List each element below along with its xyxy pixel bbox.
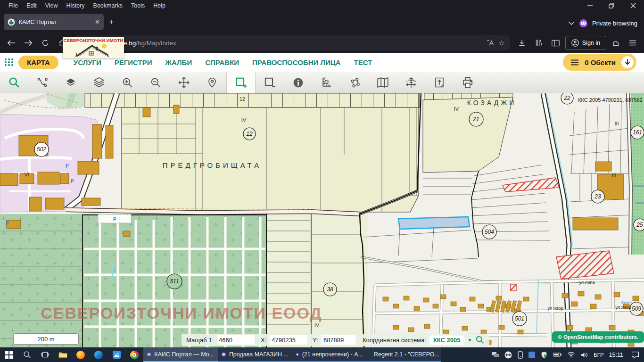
- label-p-2: Р: [71, 179, 74, 184]
- label-p-3: Р: [6, 221, 9, 226]
- menu-bookmarks[interactable]: Bookmarks: [89, 1, 126, 10]
- chevron-down-icon[interactable]: [568, 21, 575, 25]
- edge-icon[interactable]: [90, 347, 107, 362]
- forward-button[interactable]: [21, 35, 36, 50]
- start-button[interactable]: [0, 347, 18, 362]
- tool-zoom-in[interactable]: [113, 72, 141, 93]
- chrome-icon[interactable]: [125, 347, 143, 362]
- label-vi: VI: [25, 172, 29, 177]
- nav-test[interactable]: ТЕСТ: [354, 58, 372, 66]
- menu-tools[interactable]: Tools: [127, 1, 149, 10]
- firefox-icon[interactable]: [72, 347, 90, 362]
- tray-volume-icon[interactable]: [580, 352, 588, 358]
- back-button[interactable]: [4, 35, 19, 50]
- tool-export[interactable]: [425, 72, 454, 93]
- menu-file[interactable]: File: [5, 1, 22, 10]
- tool-zoom-out[interactable]: [141, 72, 170, 93]
- tab-kais-portal[interactable]: КАИС Портал ✕: [4, 14, 104, 30]
- action-center-icon[interactable]: [631, 351, 639, 359]
- tool-ruler[interactable]: [312, 72, 340, 93]
- menu-edit[interactable]: Edit: [23, 1, 41, 10]
- menu-view[interactable]: View: [41, 1, 62, 10]
- taskbar-window-mail[interactable]: (21 непрочетени) - А...: [292, 347, 367, 362]
- url-bar[interactable]: kais.cadastre.bg/bg/Map/Index ☆: [74, 35, 510, 50]
- sign-in-button[interactable]: Sign in: [565, 36, 606, 50]
- menu-help[interactable]: Help: [149, 1, 169, 10]
- tab-close-icon[interactable]: ✕: [95, 18, 100, 25]
- coords-search-icon[interactable]: [475, 335, 485, 345]
- tray-display-icon[interactable]: [491, 351, 499, 358]
- objects-expand-button[interactable]: [621, 56, 634, 68]
- bookmark-star-icon[interactable]: ☆: [498, 39, 504, 47]
- translate-icon[interactable]: [486, 39, 495, 47]
- cadastral-map[interactable]: 502 12 21 22 161 23 25 504 511 38 501 50…: [0, 93, 644, 347]
- taskbar-window-kais-label: КАИС Портал — Mo...: [154, 351, 214, 358]
- tool-select-rect-remove[interactable]: [256, 72, 284, 93]
- tool-locate[interactable]: [198, 72, 226, 93]
- apps-grid-icon[interactable]: [5, 58, 14, 66]
- crs-select[interactable]: ККС 2005: [429, 336, 464, 345]
- tray-app-icon[interactable]: [528, 352, 535, 358]
- tray-security-icon[interactable]: [540, 351, 548, 359]
- y-input[interactable]: [322, 335, 355, 345]
- reload-button[interactable]: [38, 35, 53, 50]
- objects-menu-icon: [570, 59, 579, 66]
- tool-pan[interactable]: [170, 72, 198, 93]
- private-mask-icon: [579, 19, 587, 27]
- menu-history[interactable]: History: [63, 1, 89, 10]
- tray-teamviewer-icon[interactable]: [504, 351, 512, 359]
- tool-layers-base[interactable]: [57, 72, 85, 93]
- nav-spravki[interactable]: СПРАВКИ: [205, 58, 239, 66]
- tray-wifi-icon[interactable]: [567, 352, 575, 358]
- tool-layers-list[interactable]: [85, 72, 113, 93]
- tray-language-indicator[interactable]: БГР: [594, 352, 603, 358]
- circle-511: 511: [170, 278, 179, 285]
- circle-502: 502: [37, 146, 46, 153]
- app-menu-icon[interactable]: [625, 35, 640, 50]
- tool-route-measure[interactable]: [28, 72, 57, 93]
- label-venita: Венита: [621, 301, 632, 304]
- objects-pill[interactable]: 0 Обекти: [563, 54, 636, 71]
- library-icon[interactable]: [531, 35, 546, 50]
- taskbar-search-icon[interactable]: [18, 347, 36, 362]
- system-tray: БГР 15:11: [491, 347, 644, 362]
- tray-phone-icon[interactable]: [517, 351, 523, 359]
- tool-polygon-measure[interactable]: [340, 72, 369, 93]
- tool-print[interactable]: [454, 72, 482, 93]
- taskbar-window-prodava[interactable]: Продава МАГАЗИН ...: [218, 347, 292, 362]
- nav-pravosposobni-litsa[interactable]: ПРАВОСПОСОБНИ ЛИЦА: [252, 58, 341, 66]
- extensions-icon[interactable]: [608, 35, 623, 50]
- label-razsadnik-1: Разсадника: [633, 184, 644, 187]
- new-tab-button[interactable]: +: [104, 15, 119, 30]
- task-view-icon[interactable]: [36, 347, 54, 362]
- label-razsadnik-2: Разсадника: [635, 201, 644, 204]
- nav-zhalbi[interactable]: ЖАЛБИ: [165, 58, 192, 66]
- circle-22: 22: [563, 95, 570, 101]
- map-area[interactable]: 502 12 21 22 161 23 25 504 511 38 501 50…: [0, 93, 644, 347]
- osm-attribution-text: © OpenStreetMap contributors.: [558, 334, 638, 340]
- close-button[interactable]: [622, 0, 644, 11]
- selected-parcel[interactable]: [398, 217, 470, 229]
- minimize-button[interactable]: [579, 0, 601, 11]
- tool-select-rect-add[interactable]: [226, 72, 256, 93]
- tool-map-overview[interactable]: [369, 72, 397, 93]
- tray-clock[interactable]: 15:11: [609, 352, 623, 358]
- file-explorer-icon[interactable]: [54, 347, 72, 362]
- restore-button[interactable]: [601, 0, 622, 11]
- scale-input[interactable]: [217, 335, 255, 345]
- photos-app-icon[interactable]: [107, 347, 125, 362]
- nav-uslugi[interactable]: УСЛУГИ: [74, 58, 101, 66]
- tool-search[interactable]: [0, 72, 28, 93]
- sidebar-icon[interactable]: [548, 35, 563, 50]
- tool-info[interactable]: [284, 72, 312, 93]
- taskbar-window-kais[interactable]: КАИС Портал — Mo...: [143, 347, 218, 362]
- osm-attribution[interactable]: © OpenStreetMap contributors.: [552, 331, 644, 343]
- downloads-icon[interactable]: [514, 35, 529, 50]
- x-input[interactable]: [270, 335, 307, 345]
- nav-registri[interactable]: РЕГИСТРИ: [115, 58, 152, 66]
- nav-karta[interactable]: КАРТА: [18, 56, 58, 69]
- tool-coordinate-grid[interactable]: [397, 72, 425, 93]
- crs-dropdown-icon[interactable]: ▼: [468, 337, 472, 343]
- tray-battery-icon[interactable]: [553, 352, 562, 358]
- taskbar-window-regent[interactable]: Regent 2.1 - "СЕВЕРО...: [367, 347, 441, 362]
